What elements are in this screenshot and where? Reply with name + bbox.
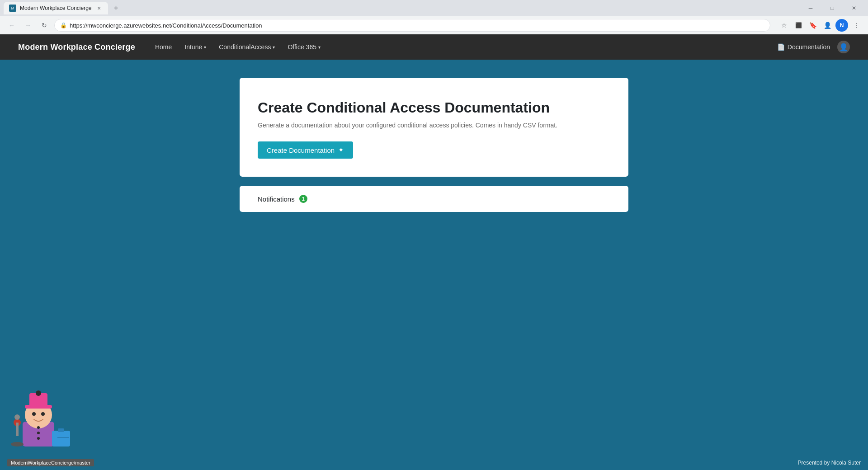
office365-dropdown-icon: ▾ [318,45,321,50]
svg-point-15 [14,414,20,420]
title-bar: M Modern Workplace Concierge ✕ + ─ □ ✕ [0,0,868,16]
branch-label: ModernWorkplaceConcierge/master [7,459,94,466]
notifications-badge: 1 [299,195,307,203]
browser-chrome: M Modern Workplace Concierge ✕ + ─ □ ✕ ←… [0,0,868,34]
user-avatar-icon: 👤 [839,43,848,52]
back-button[interactable]: ← [5,19,18,32]
toolbar-icons: ☆ ⬛ 🔖 👤 N ⋮ [778,19,863,32]
tab-close-button[interactable]: ✕ [95,5,103,12]
nav-intune-label: Intune [184,43,202,51]
refresh-button[interactable]: ↻ [38,19,51,32]
forward-button[interactable]: → [22,19,34,32]
account-button[interactable]: 👤 [821,19,834,32]
create-button-label: Create Documentation [267,146,335,154]
lock-icon: 🔒 [60,22,67,28]
nav-conditional-access[interactable]: ConditionalAccess ▾ [213,41,280,53]
create-button-icon: ✦ [338,146,344,154]
svg-point-6 [41,412,45,416]
nav-home-label: Home [155,43,172,51]
extensions-button[interactable]: ⬛ [792,19,805,32]
app-brand: Modern Workplace Concierge [18,42,135,52]
page-content: Create Conditional Access Documentation … [0,60,868,470]
svg-rect-14 [16,423,19,436]
notifications-label: Notifications [258,195,295,203]
svg-rect-10 [52,431,70,446]
url-bar[interactable]: 🔒 https://mwconcierge.azurewebsites.net/… [54,19,770,32]
conditional-access-dropdown-icon: ▾ [273,45,275,50]
nav-conditional-access-label: ConditionalAccess [219,43,271,51]
svg-point-5 [32,412,36,416]
svg-point-4 [36,390,41,396]
url-text: https://mwconcierge.azurewebsites.net/Co… [70,22,262,29]
nav-right: 📄 Documentation 👤 [777,41,850,53]
nav-links: Home Intune ▾ ConditionalAccess ▾ Office… [150,41,326,53]
main-content-card: Create Conditional Access Documentation … [240,78,628,177]
svg-point-7 [37,426,40,429]
documentation-icon: 📄 [777,43,785,51]
tab-title: Modern Workplace Concierge [20,5,92,11]
tab-favicon: M [9,5,16,12]
page-subtitle: Generate a documentation about your conf… [258,122,610,129]
nav-office365-label: Office 365 [288,43,316,51]
profile-avatar[interactable]: N [835,19,848,32]
page-footer: ModernWorkplaceConcierge/master Presente… [0,456,868,470]
documentation-label: Documentation [788,43,830,51]
concierge-illustration [0,374,77,456]
nav-home[interactable]: Home [150,41,177,53]
nav-intune[interactable]: Intune ▾ [179,41,212,53]
minimize-button[interactable]: ─ [800,0,821,16]
nav-office365[interactable]: Office 365 ▾ [282,41,326,53]
notifications-card: Notifications 1 [240,186,628,212]
user-icon[interactable]: 👤 [837,41,850,53]
app-navbar: Modern Workplace Concierge Home Intune ▾… [0,34,868,60]
svg-point-8 [37,432,40,434]
page-title: Create Conditional Access Documentation [258,99,610,116]
svg-point-16 [11,442,24,446]
close-button[interactable]: ✕ [844,0,864,16]
svg-rect-11 [58,428,64,432]
window-controls: ─ □ ✕ [800,0,864,16]
create-documentation-button[interactable]: Create Documentation ✦ [258,141,353,159]
maximize-button[interactable]: □ [822,0,843,16]
bookmark-button[interactable]: 🔖 [807,19,819,32]
documentation-link[interactable]: 📄 Documentation [777,43,830,51]
browser-tab[interactable]: M Modern Workplace Concierge ✕ [4,2,108,14]
address-bar: ← → ↻ 🔒 https://mwconcierge.azurewebsite… [0,16,868,34]
presenter-label: Presented by Nicola Suter [798,460,861,466]
menu-button[interactable]: ⋮ [850,19,863,32]
new-tab-button[interactable]: + [110,2,123,14]
intune-dropdown-icon: ▾ [204,45,206,50]
svg-point-9 [37,437,40,440]
star-button[interactable]: ☆ [778,19,790,32]
